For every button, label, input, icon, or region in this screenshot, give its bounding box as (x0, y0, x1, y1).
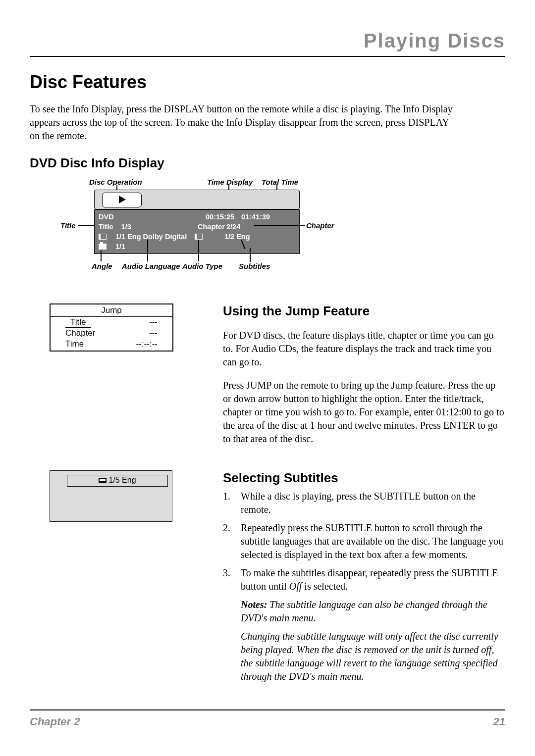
subtitles-heading: Selecting Subtitles (223, 470, 505, 486)
jump-feature-row: Jump Title --- Chapter --- Time --:--:--… (30, 303, 505, 455)
camera-icon (99, 244, 107, 250)
subtitle-note-1: Notes: The subtitle language can also be… (241, 598, 505, 625)
subtitle-osd-box: 1/5 Eng (50, 470, 172, 522)
subtitles-steps: While a disc is playing, press the SUBTI… (223, 490, 505, 683)
manual-page: Playing Discs Disc Features To see the I… (0, 0, 535, 756)
label-subtitles: Subtitles (239, 262, 270, 270)
panel-chapter-label: Chapter (198, 223, 225, 231)
jump-row-chapter-label: Chapter (65, 328, 95, 338)
jump-osd-box: Jump Title --- Chapter --- Time --:--:-- (50, 303, 173, 352)
label-audio-language: Audio Language (122, 262, 180, 270)
label-title: Title (60, 221, 76, 230)
label-audio-type: Audio Type (182, 262, 222, 270)
subtitle-step-3-pre: To make the subtitles disappear, repeate… (241, 567, 498, 592)
footer-chapter: Chapter 2 (30, 715, 80, 728)
cc-icon (99, 478, 107, 483)
jump-row-chapter-value: --- (149, 328, 158, 338)
label-time-display: Time Display (207, 178, 253, 186)
info-panel: DVD 00:15:25 01:41:39 Title 1/3 Chapter … (94, 209, 300, 254)
panel-chapter-value: 2/24 (226, 223, 240, 231)
page-footer: Chapter 2 21 (30, 709, 505, 728)
dvd-info-heading: DVD Disc Info Display (30, 155, 505, 171)
jump-row-time-value: --:--:-- (136, 339, 158, 349)
panel-title-value: 1/3 (121, 223, 131, 231)
play-icon (119, 196, 126, 203)
subtitle-osd-text: 1/5 Eng (108, 476, 136, 484)
panel-angle: 1/1 (115, 243, 125, 251)
subtitle-icon (195, 234, 203, 240)
header-rule (30, 56, 505, 57)
panel-total: 01:41:39 (241, 213, 270, 221)
subtitle-step-3-post: is selected. (302, 581, 348, 592)
jump-p1: For DVD discs, the feature displays titl… (223, 329, 505, 369)
subtitle-feature-row: 1/5 Eng Selecting Subtitles While a disc… (30, 470, 505, 688)
label-angle: Angle (92, 262, 112, 270)
panel-time: 00:15:25 (206, 213, 234, 221)
jump-row-time-label: Time (65, 339, 84, 349)
label-chapter: Chapter (306, 221, 334, 230)
jump-row-title-label: Title (65, 317, 91, 328)
subtitle-step-3-off: Off (289, 581, 302, 592)
panel-dvd: DVD (99, 213, 114, 221)
footer-page-number: 21 (493, 715, 505, 728)
subtitle-note-2: Changing the subtitle language will only… (241, 630, 505, 683)
jump-p2: Press JUMP on the remote to bring up the… (223, 379, 505, 446)
speaker-icon (99, 234, 107, 240)
info-display-diagram: Disc Operation Time Display Total Time D… (45, 178, 352, 282)
notes-label: Notes: (241, 599, 267, 610)
panel-title-label: Title (99, 223, 113, 231)
subtitle-step-3: To make the subtitles disappear, repeate… (223, 566, 505, 683)
label-total-time: Total Time (262, 178, 298, 186)
section-header: Playing Discs (30, 30, 505, 52)
intro-paragraph: To see the Info Display, press the DISPL… (30, 102, 456, 143)
panel-subs: 1/2 Eng (224, 233, 250, 241)
subtitle-osd-inner: 1/5 Eng (67, 475, 168, 487)
notes-body-1: The subtitle language can also be change… (241, 599, 487, 623)
panel-audio: 1/1 Eng Dolby Digital (115, 233, 187, 241)
subtitle-step-2: Repeatedly press the SUBTITLE button to … (223, 521, 505, 561)
jump-row-title-value: --- (149, 317, 158, 328)
subtitle-step-1: While a disc is playing, press the SUBTI… (223, 490, 505, 516)
jump-heading: Using the Jump Feature (223, 303, 505, 319)
page-title: Disc Features (30, 72, 505, 93)
label-disc-operation: Disc Operation (89, 178, 142, 186)
jump-header: Jump (51, 304, 172, 317)
